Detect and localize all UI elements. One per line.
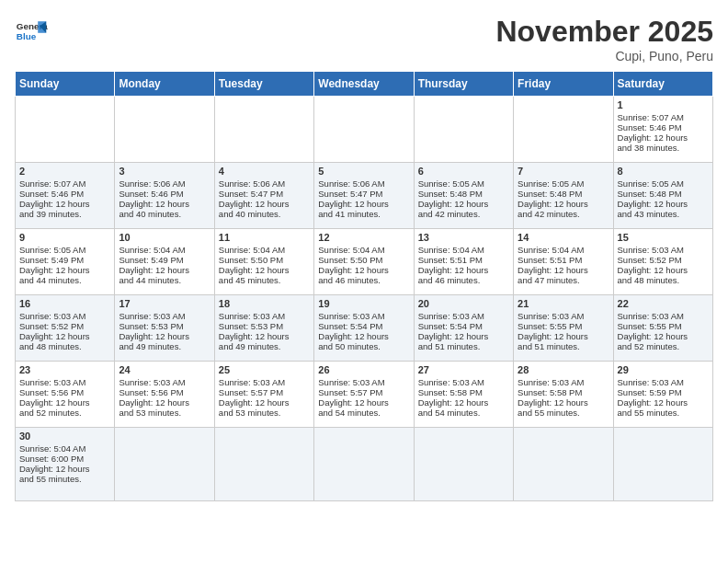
- calendar-cell: 9Sunrise: 5:05 AMSunset: 5:49 PMDaylight…: [16, 229, 115, 295]
- day-info: and 55 minutes.: [19, 474, 110, 484]
- day-info: Daylight: 12 hours: [618, 199, 709, 209]
- day-info: Sunset: 5:59 PM: [618, 387, 709, 397]
- location-title: Cupi, Puno, Peru: [495, 49, 713, 63]
- calendar-week-row: 23Sunrise: 5:03 AMSunset: 5:56 PMDayligh…: [16, 362, 713, 428]
- day-info: and 39 minutes.: [19, 209, 110, 219]
- calendar-cell: [414, 428, 513, 501]
- day-info: Sunrise: 5:04 AM: [119, 245, 210, 255]
- day-number: 8: [618, 166, 709, 177]
- day-number: 18: [219, 298, 310, 309]
- day-info: Sunset: 5:57 PM: [219, 387, 310, 397]
- day-info: Sunrise: 5:03 AM: [119, 311, 210, 321]
- day-info: and 42 minutes.: [418, 209, 509, 219]
- day-info: Sunset: 5:46 PM: [618, 122, 709, 132]
- day-info: Sunset: 5:48 PM: [618, 189, 709, 199]
- day-info: Sunset: 5:55 PM: [518, 321, 609, 331]
- day-info: Sunset: 5:55 PM: [618, 321, 709, 331]
- day-info: and 49 minutes.: [219, 341, 310, 351]
- calendar-cell: [16, 97, 115, 163]
- calendar-cell: [214, 428, 313, 501]
- day-info: Daylight: 12 hours: [618, 331, 709, 341]
- day-number: 17: [119, 298, 210, 309]
- day-number: 23: [19, 364, 110, 375]
- day-info: and 54 minutes.: [318, 408, 409, 418]
- day-info: Sunset: 5:49 PM: [19, 255, 110, 265]
- day-info: Daylight: 12 hours: [318, 199, 409, 209]
- day-info: Daylight: 12 hours: [618, 265, 709, 275]
- header-saturday: Saturday: [613, 72, 712, 97]
- calendar-cell: 24Sunrise: 5:03 AMSunset: 5:56 PMDayligh…: [115, 362, 214, 428]
- day-info: Sunrise: 5:03 AM: [618, 245, 709, 255]
- day-info: Sunset: 5:53 PM: [119, 321, 210, 331]
- day-info: Daylight: 12 hours: [518, 397, 609, 408]
- day-info: and 55 minutes.: [518, 408, 609, 418]
- day-info: and 44 minutes.: [19, 275, 110, 285]
- day-info: Sunrise: 5:03 AM: [219, 377, 310, 387]
- calendar-header-row: SundayMondayTuesdayWednesdayThursdayFrid…: [16, 72, 713, 97]
- day-info: Daylight: 12 hours: [518, 265, 609, 275]
- day-info: Daylight: 12 hours: [219, 199, 310, 209]
- day-info: and 41 minutes.: [318, 209, 409, 219]
- day-info: Sunrise: 5:03 AM: [219, 311, 310, 321]
- day-info: and 54 minutes.: [418, 408, 509, 418]
- day-info: Daylight: 12 hours: [618, 132, 709, 143]
- calendar-cell: 29Sunrise: 5:03 AMSunset: 5:59 PMDayligh…: [613, 362, 712, 428]
- day-info: Sunrise: 5:03 AM: [518, 311, 609, 321]
- day-info: Sunset: 5:54 PM: [418, 321, 509, 331]
- day-number: 21: [518, 298, 609, 309]
- day-info: Sunrise: 5:06 AM: [318, 178, 409, 189]
- calendar-cell: 12Sunrise: 5:04 AMSunset: 5:50 PMDayligh…: [314, 229, 414, 295]
- day-info: Daylight: 12 hours: [119, 199, 210, 209]
- title-block: November 2025 Cupi, Puno, Peru: [495, 15, 713, 63]
- day-info: Sunset: 5:48 PM: [418, 189, 509, 199]
- day-info: Sunrise: 5:05 AM: [418, 178, 509, 189]
- day-info: Daylight: 12 hours: [219, 397, 310, 408]
- day-number: 13: [418, 232, 509, 243]
- day-info: and 43 minutes.: [618, 209, 709, 219]
- day-number: 30: [19, 431, 110, 442]
- day-info: and 40 minutes.: [119, 209, 210, 219]
- day-info: Sunset: 5:46 PM: [19, 189, 110, 199]
- day-info: Sunrise: 5:04 AM: [318, 245, 409, 255]
- day-info: Sunset: 5:51 PM: [518, 255, 609, 265]
- day-number: 15: [618, 232, 709, 243]
- day-info: Daylight: 12 hours: [318, 265, 409, 275]
- day-info: Sunrise: 5:05 AM: [19, 245, 110, 255]
- day-info: Sunset: 6:00 PM: [19, 454, 110, 464]
- header-wednesday: Wednesday: [314, 72, 414, 97]
- day-info: Daylight: 12 hours: [219, 265, 310, 275]
- day-info: and 52 minutes.: [19, 408, 110, 418]
- day-info: and 48 minutes.: [618, 275, 709, 285]
- day-info: and 46 minutes.: [318, 275, 409, 285]
- calendar-week-row: 9Sunrise: 5:05 AMSunset: 5:49 PMDaylight…: [16, 229, 713, 295]
- day-number: 22: [618, 298, 709, 309]
- day-info: and 51 minutes.: [518, 341, 609, 351]
- calendar-cell: 22Sunrise: 5:03 AMSunset: 5:55 PMDayligh…: [613, 295, 712, 362]
- day-info: Sunrise: 5:06 AM: [219, 178, 310, 189]
- calendar-cell: 20Sunrise: 5:03 AMSunset: 5:54 PMDayligh…: [414, 295, 513, 362]
- day-info: Sunrise: 5:04 AM: [518, 245, 609, 255]
- day-info: Sunrise: 5:05 AM: [518, 178, 609, 189]
- day-info: Daylight: 12 hours: [318, 331, 409, 341]
- day-info: Sunset: 5:58 PM: [418, 387, 509, 397]
- calendar-table: SundayMondayTuesdayWednesdayThursdayFrid…: [15, 71, 713, 501]
- day-info: and 45 minutes.: [219, 275, 310, 285]
- day-info: Sunrise: 5:05 AM: [618, 178, 709, 189]
- day-info: Daylight: 12 hours: [119, 331, 210, 341]
- day-info: and 48 minutes.: [19, 341, 110, 351]
- day-number: 5: [318, 166, 409, 177]
- day-number: 25: [219, 364, 310, 375]
- calendar-cell: 26Sunrise: 5:03 AMSunset: 5:57 PMDayligh…: [314, 362, 414, 428]
- day-number: 24: [119, 364, 210, 375]
- day-number: 12: [318, 232, 409, 243]
- day-info: Daylight: 12 hours: [518, 331, 609, 341]
- calendar-cell: [613, 428, 712, 501]
- day-info: Sunset: 5:46 PM: [119, 189, 210, 199]
- day-info: Sunset: 5:54 PM: [318, 321, 409, 331]
- day-number: 7: [518, 166, 609, 177]
- day-info: Sunrise: 5:03 AM: [318, 311, 409, 321]
- day-info: Sunrise: 5:03 AM: [119, 377, 210, 387]
- day-info: Daylight: 12 hours: [418, 397, 509, 408]
- day-number: 19: [318, 298, 409, 309]
- svg-text:Blue: Blue: [17, 31, 37, 41]
